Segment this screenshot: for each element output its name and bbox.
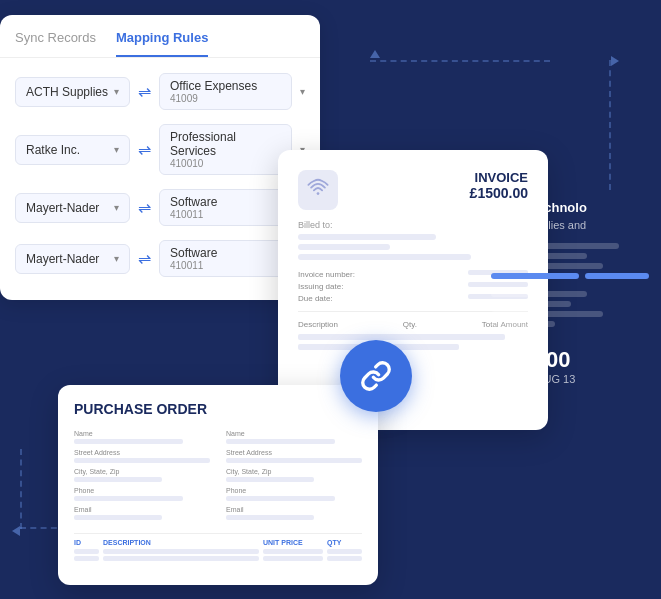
po-field: Street Address: [226, 449, 362, 463]
info-line-accent: [491, 273, 579, 279]
vendor-label: Mayert-Nader: [26, 201, 99, 215]
po-col-desc: DESCRIPTION: [103, 539, 259, 546]
category-name: Software: [170, 195, 281, 209]
td-line: [103, 556, 259, 561]
invoice-line: [298, 234, 436, 240]
description-col: Description: [298, 320, 338, 329]
invoice-amount: £1500.00: [470, 185, 528, 201]
po-title: PURCHASE ORDER: [74, 401, 362, 418]
invoice-logo: [298, 170, 338, 210]
invoice-line: [298, 254, 471, 260]
po-field: Street Address: [74, 449, 210, 463]
td-line: [74, 556, 99, 561]
chevron-down-icon: ▾: [114, 253, 119, 264]
info-line: [491, 301, 571, 307]
field-label: Name: [226, 430, 362, 437]
field-label: City, State, Zip: [74, 468, 210, 475]
right-lines-2: [491, 291, 651, 327]
field-label: Street Address: [74, 449, 210, 456]
field-line: [226, 496, 335, 501]
right-info-panel: Acme Technolo Office Supplies and $60,00…: [491, 200, 651, 385]
category-name: Professional Services: [170, 130, 281, 158]
swap-arrows-icon: ⇌: [138, 140, 151, 159]
info-line: [491, 311, 603, 317]
vendor-select[interactable]: Mayert-Nader ▾: [15, 244, 130, 274]
link-button[interactable]: [340, 340, 412, 412]
vendor-select[interactable]: ACTH Supplies ▾: [15, 77, 130, 107]
chevron-down-icon: ▾: [114, 86, 119, 97]
po-table: ID DESCRIPTION UNIT PRICE QTY: [74, 533, 362, 561]
info-line: [491, 291, 587, 297]
po-field: Phone: [74, 487, 210, 501]
invoice-header: INVOICE £1500.00: [470, 170, 528, 201]
category-select[interactable]: Software 410011: [159, 240, 292, 277]
mapping-row: Ratke Inc. ▾ ⇌ Professional Services 410…: [0, 119, 320, 180]
arrow-up-icon: [370, 50, 380, 58]
td-line: [103, 549, 259, 554]
field-line: [226, 515, 314, 520]
field-line: [74, 477, 162, 482]
info-line-accent: [585, 273, 649, 279]
invoice-number-label: Invoice number:: [298, 270, 355, 279]
sync-panel: Sync Records Mapping Rules ACTH Supplies…: [0, 15, 320, 300]
vendor-label: Mayert-Nader: [26, 252, 99, 266]
vendor-select[interactable]: Mayert-Nader ▾: [15, 193, 130, 223]
right-lines: [491, 243, 651, 283]
field-label: City, State, Zip: [226, 468, 362, 475]
field-label: Phone: [226, 487, 362, 494]
category-code: 410011: [170, 260, 281, 271]
wifi-icon: [307, 177, 329, 204]
mapping-row: ACTH Supplies ▾ ⇌ Office Expenses 41009 …: [0, 68, 320, 115]
category-select[interactable]: Office Expenses 41009: [159, 73, 292, 110]
po-field: Name: [74, 430, 210, 444]
field-label: Phone: [74, 487, 210, 494]
po-field: Email: [226, 506, 362, 520]
po-field: Name: [226, 430, 362, 444]
po-col-qty: QTY: [327, 539, 362, 546]
po-right-fields: Name Street Address City, State, Zip Pho…: [226, 430, 362, 525]
field-label: Email: [74, 506, 210, 513]
dashed-line-top: [370, 60, 550, 62]
td-line: [263, 556, 323, 561]
td-line: [263, 549, 323, 554]
info-line: [491, 263, 603, 269]
po-field: Phone: [226, 487, 362, 501]
due-date-label: Due date:: [298, 294, 333, 303]
po-form: Name Street Address City, State, Zip Pho…: [74, 430, 362, 525]
category-select[interactable]: Professional Services 410010: [159, 124, 292, 175]
invoice-row-line: [298, 334, 505, 340]
vendor-label: ACTH Supplies: [26, 85, 108, 99]
qty-col: Qty.: [403, 320, 417, 329]
category-select[interactable]: Software 410011: [159, 189, 292, 226]
tab-sync-records[interactable]: Sync Records: [15, 30, 96, 57]
company-name: Acme Technolo: [491, 200, 651, 215]
info-line: [491, 321, 555, 327]
tab-mapping-rules[interactable]: Mapping Rules: [116, 30, 208, 57]
td-line: [327, 556, 362, 561]
table-row: [74, 556, 362, 561]
swap-arrows-icon: ⇌: [138, 82, 151, 101]
dashed-line-left: [20, 449, 22, 529]
mapping-row: Mayert-Nader ▾ ⇌ Software 410011 ▾: [0, 235, 320, 282]
chevron-down-icon: ▾: [114, 202, 119, 213]
field-line: [226, 439, 335, 444]
field-line: [226, 477, 314, 482]
link-icon: [360, 360, 392, 392]
po-col-id: ID: [74, 539, 99, 546]
issuing-date-label: Issuing date:: [298, 282, 343, 291]
field-line: [74, 515, 162, 520]
category-name: Software: [170, 246, 281, 260]
po-field: City, State, Zip: [226, 468, 362, 482]
invoice-line: [298, 244, 390, 250]
td-line: [327, 549, 362, 554]
chevron-down-icon: ▾: [300, 86, 305, 97]
po-col-price: UNIT PRICE: [263, 539, 323, 546]
field-line: [226, 458, 362, 463]
category-code: 410011: [170, 209, 281, 220]
vendor-select[interactable]: Ratke Inc. ▾: [15, 135, 130, 165]
field-line: [74, 458, 210, 463]
due-date: DUE ON AUG 13: [491, 373, 651, 385]
invoice-amount-large: $60,000: [491, 347, 651, 373]
table-row: [74, 549, 362, 554]
dashed-line-right: [609, 60, 611, 190]
